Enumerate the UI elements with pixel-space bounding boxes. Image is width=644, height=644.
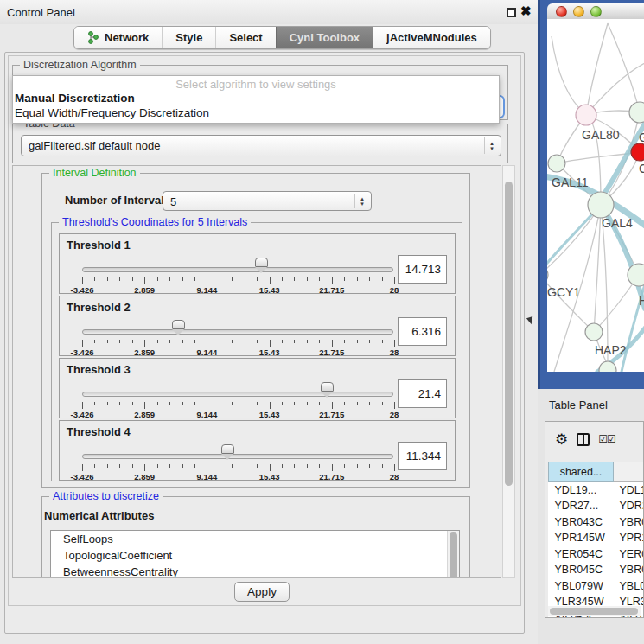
float-window-icon[interactable] bbox=[507, 8, 516, 17]
discretize-data-pane: Discretization Algorithm ▴▾ Select algor… bbox=[8, 55, 521, 606]
numerical-attributes-list[interactable]: SelfLoopsTopologicalCoefficientBetweenne… bbox=[50, 530, 460, 578]
attribute-list-item[interactable]: SelfLoops bbox=[51, 531, 459, 547]
attributes-group-title: Attributes to discretize bbox=[49, 490, 163, 502]
table-row[interactable]: YBR045CYBR0 bbox=[549, 562, 644, 578]
table-row[interactable]: YDR27...YDR2 bbox=[549, 498, 644, 514]
scale-label: 28 bbox=[390, 348, 399, 357]
node-gcy1[interactable] bbox=[547, 266, 548, 284]
threshold-3-value-field[interactable]: 21.4 bbox=[398, 379, 447, 408]
settings-viewport: Interval Definition Number of Intervals … bbox=[12, 165, 501, 578]
combo-arrows-icon: ▴▾ bbox=[354, 194, 367, 208]
scale-label: 9.144 bbox=[197, 472, 218, 481]
panel-title: Control Panel bbox=[7, 6, 75, 19]
tab-jactivemnodules[interactable]: jActiveMNodules bbox=[373, 27, 490, 48]
scale-label: 21.715 bbox=[319, 410, 344, 419]
settings-gear-icon[interactable]: ⚙ bbox=[555, 432, 568, 447]
slider-ticks bbox=[82, 464, 394, 472]
scale-label: 2.859 bbox=[134, 285, 155, 295]
close-icon[interactable]: ✖ bbox=[520, 3, 532, 19]
list-scrollbar[interactable] bbox=[447, 531, 459, 578]
node-label-gcy1: GCY1 bbox=[547, 285, 580, 299]
table-data-combobox[interactable]: galFiltered.sif default node ▴▾ bbox=[21, 135, 501, 156]
tab-cyni-toolbox[interactable]: Cyni Toolbox bbox=[276, 27, 373, 48]
slider-scale-labels: -3.4262.8599.14415.4321.71528 bbox=[82, 285, 394, 296]
node-red-selected[interactable] bbox=[631, 143, 644, 161]
column-view-icon[interactable] bbox=[577, 433, 590, 446]
algorithm-dropdown-popup: Select algorithm to view settings Manual… bbox=[12, 75, 500, 124]
settings-scrollbar[interactable] bbox=[502, 165, 515, 578]
table-row[interactable]: YBL079WYBL0 bbox=[549, 578, 644, 595]
threshold-4-value-field[interactable]: 11.344 bbox=[398, 442, 447, 470]
tab-style[interactable]: Style bbox=[162, 27, 215, 48]
table-horizontal-scrollbar[interactable] bbox=[548, 606, 641, 616]
threshold-3-slider-thumb[interactable] bbox=[321, 382, 334, 392]
num-intervals-label: Number of Intervals bbox=[65, 194, 170, 207]
tab-network[interactable]: Network bbox=[74, 27, 162, 48]
threshold-1-value-field[interactable]: 14.713 bbox=[398, 255, 447, 284]
node-label-gal80: GAL80 bbox=[582, 128, 620, 142]
scale-label: 9.144 bbox=[197, 285, 218, 295]
num-intervals-value: 5 bbox=[170, 195, 176, 208]
threshold-3-slider-track[interactable] bbox=[82, 392, 393, 397]
algorithm-placeholder: Select algorithm to view settings bbox=[13, 76, 499, 91]
numerical-attributes-label: Numerical Attributes bbox=[44, 509, 154, 522]
scale-label: 28 bbox=[390, 472, 399, 481]
interval-definition-title: Interval Definition bbox=[49, 167, 140, 179]
checkbox-icons[interactable]: ☑☑ bbox=[598, 433, 615, 445]
tab-select[interactable]: Select bbox=[215, 27, 275, 48]
table-panel-toolbar: ⚙ ☑☑ bbox=[545, 422, 643, 456]
scale-label: -3.426 bbox=[71, 472, 94, 481]
num-intervals-combobox[interactable]: 5 ▴▾ bbox=[163, 191, 372, 211]
close-traffic-light[interactable] bbox=[556, 6, 567, 17]
threshold-2-slider-thumb[interactable] bbox=[172, 320, 185, 329]
threshold-1-row: Threshold 1 -3.4262.8599.14415.4321.7152… bbox=[59, 233, 456, 294]
table-row[interactable]: YBR043CYBR0 bbox=[549, 514, 644, 531]
control-panel: Control Panel ✖ Network Style Select Cyn… bbox=[0, 0, 538, 644]
network-canvas[interactable]: GAL80 G C GAL11 GAL4 GCY1 H HAP2 bbox=[547, 19, 644, 372]
node-label-gal11: GAL11 bbox=[552, 175, 589, 189]
threshold-1-slider-thumb[interactable] bbox=[255, 258, 268, 267]
network-icon bbox=[87, 31, 99, 44]
table-data-group: Table Data galFiltered.sif default node … bbox=[12, 124, 508, 163]
node-label-h: H bbox=[639, 294, 644, 308]
column-header-name[interactable]: na bbox=[614, 462, 644, 482]
attributes-group: Attributes to discretize Numerical Attri… bbox=[41, 496, 470, 578]
scale-label: 21.715 bbox=[319, 472, 344, 481]
threshold-4-slider-track[interactable] bbox=[82, 454, 393, 459]
option-equal-width-frequency[interactable]: Equal Width/Frequency Discretization bbox=[13, 105, 499, 120]
apply-button[interactable]: Apply bbox=[234, 582, 290, 602]
zoom-traffic-light[interactable] bbox=[590, 6, 602, 17]
column-header-shared-name[interactable]: shared... bbox=[549, 462, 614, 482]
scale-label: 28 bbox=[390, 410, 399, 419]
node-label-gal4: GAL4 bbox=[602, 216, 633, 230]
table-row[interactable]: YER054CYER0 bbox=[549, 546, 644, 563]
node-gal80[interactable] bbox=[576, 105, 596, 125]
minimize-traffic-light[interactable] bbox=[573, 6, 584, 17]
option-manual-discretization[interactable]: Manual Discretization bbox=[13, 91, 499, 105]
node-gal11[interactable] bbox=[548, 155, 565, 172]
threshold-2-value-field[interactable]: 6.316 bbox=[398, 317, 447, 346]
node-top-right[interactable] bbox=[629, 102, 644, 123]
threshold-2-slider-track[interactable] bbox=[82, 329, 393, 335]
node-table: shared... na YDL19...YDL1YDR27...YDR2YBR… bbox=[548, 462, 644, 618]
threshold-4-slider-thumb[interactable] bbox=[221, 444, 234, 454]
attribute-list-item[interactable]: TopologicalCoefficient bbox=[51, 547, 459, 564]
threshold-1-slider-track[interactable] bbox=[82, 267, 393, 272]
table-row[interactable]: YPR145WYPR1 bbox=[549, 530, 644, 546]
attribute-list-item[interactable]: BetweennessCentrality bbox=[51, 564, 459, 578]
cyni-toolbox-panel: Discretization Algorithm ▴▾ Select algor… bbox=[4, 52, 525, 634]
scale-label: 28 bbox=[390, 285, 399, 295]
table-row[interactable]: YDL19...YDL1 bbox=[549, 482, 644, 499]
interval-definition-group: Interval Definition Number of Intervals … bbox=[41, 173, 470, 488]
combo-arrows-icon: ▴▾ bbox=[484, 137, 496, 154]
scale-label: 2.859 bbox=[134, 410, 155, 419]
node-hap2[interactable] bbox=[585, 323, 603, 341]
scale-label: 21.715 bbox=[319, 285, 344, 295]
scale-label: -3.426 bbox=[71, 285, 94, 295]
scale-label: 15.43 bbox=[259, 348, 280, 357]
slider-scale-labels: -3.4262.8599.14415.4321.71528 bbox=[82, 410, 394, 420]
node-gal4[interactable] bbox=[588, 192, 614, 218]
scale-label: 21.715 bbox=[319, 348, 344, 357]
thresholds-group-title: Threshold's Coordinates for 5 Intervals bbox=[59, 216, 251, 228]
discretization-group-title: Discretization Algorithm bbox=[20, 59, 140, 71]
